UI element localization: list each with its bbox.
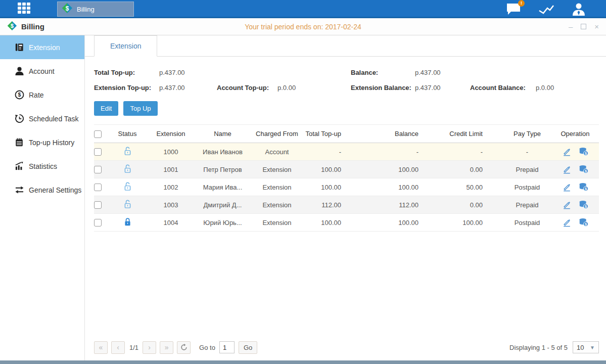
cell-credit-limit: 100.00 xyxy=(436,219,502,226)
table-row: 1003Дмитрий Д...Extension112.00112.000.0… xyxy=(94,196,599,214)
rate-icon: $ xyxy=(14,90,24,100)
refresh-icon[interactable] xyxy=(177,341,191,354)
lock-open-icon xyxy=(123,164,132,173)
cell-extension: 1002 xyxy=(146,184,196,191)
topup-coins-icon[interactable]: $ xyxy=(579,218,589,227)
edit-pencil-icon[interactable] xyxy=(562,183,572,192)
cell-charged-from: Extension xyxy=(249,166,305,173)
prev-page-button[interactable]: ‹ xyxy=(111,341,125,354)
pagination-bar: « ‹ 1/1 › » Go to Go Displaying 1 - 5 of… xyxy=(94,338,599,356)
edit-pencil-icon[interactable] xyxy=(562,218,572,227)
col-pay-type: Pay Type xyxy=(502,130,552,138)
account-icon xyxy=(14,66,24,76)
minimize-icon[interactable]: – xyxy=(569,23,573,30)
tab-extension[interactable]: Extension xyxy=(94,35,157,57)
notification-badge: ! xyxy=(518,0,525,7)
edit-pencil-icon[interactable] xyxy=(562,200,572,209)
cell-name: Петр Петров xyxy=(196,166,249,173)
row-checkbox[interactable] xyxy=(94,201,102,209)
page-indicator: 1/1 xyxy=(129,344,138,351)
cell-pay-type: Postpaid xyxy=(502,219,552,226)
cell-charged-from: Extension xyxy=(249,184,305,191)
sidebar: ExtensionAccount$RateScheduled TaskTop-u… xyxy=(0,35,85,360)
sidebar-item-scheduled-task[interactable]: Scheduled Task xyxy=(0,107,84,130)
goto-label: Go to xyxy=(199,344,215,351)
go-button[interactable]: Go xyxy=(239,341,257,354)
next-page-button[interactable]: › xyxy=(143,341,156,354)
cell-balance: 112.00 xyxy=(365,201,436,209)
cell-charged-from: Account xyxy=(249,148,305,156)
sidebar-item-top-up-history[interactable]: Top-up History xyxy=(0,130,84,154)
goto-page-input[interactable] xyxy=(219,341,235,353)
extension-table: Status Extension Name Charged From Total… xyxy=(94,124,599,232)
chat-icon[interactable]: ! xyxy=(506,3,521,16)
sidebar-item-label: Top-up History xyxy=(29,139,74,147)
topup-coins-icon[interactable]: $ xyxy=(579,183,589,192)
first-page-button[interactable]: « xyxy=(94,341,108,354)
sidebar-item-rate[interactable]: $Rate xyxy=(0,83,84,107)
billing-task-tab[interactable]: $ Billing xyxy=(57,2,134,17)
svg-text:$: $ xyxy=(11,23,14,29)
page-size-value: 10 xyxy=(577,344,584,351)
cell-name: Мария Ива... xyxy=(196,184,249,191)
sidebar-item-label: Statistics xyxy=(29,162,57,170)
taskbar-strip xyxy=(0,360,606,364)
cell-extension: 1004 xyxy=(146,219,196,226)
main-content: Extension Total Top-up: p.437.00 Extensi… xyxy=(85,35,606,360)
cell-total-topup: 112.00 xyxy=(305,201,365,209)
col-operation: Operation xyxy=(552,130,598,138)
sidebar-item-statistics[interactable]: Statistics xyxy=(0,154,84,178)
topup-coins-icon[interactable]: $ xyxy=(579,200,589,209)
account-balance-value: p.0.00 xyxy=(536,84,554,92)
svg-text:$: $ xyxy=(585,205,587,209)
maximize-icon[interactable] xyxy=(581,24,586,29)
row-checkbox[interactable] xyxy=(94,184,102,191)
scheduled-task-icon xyxy=(14,114,24,124)
lock-open-icon xyxy=(123,181,132,191)
edit-button[interactable]: Edit xyxy=(94,101,118,116)
row-checkbox[interactable] xyxy=(94,219,102,226)
topup-coins-icon[interactable]: $ xyxy=(579,147,589,156)
cell-balance: 100.00 xyxy=(365,166,436,173)
row-checkbox[interactable] xyxy=(94,148,102,156)
cell-total-topup: 100.00 xyxy=(305,166,365,173)
cell-total-topup: - xyxy=(305,148,365,156)
cell-pay-type: Prepaid xyxy=(502,201,552,209)
statistics-icon xyxy=(14,161,24,171)
cell-balance: - xyxy=(365,148,436,156)
cell-name: Иван Иванов xyxy=(196,148,249,156)
cell-name: Дмитрий Д... xyxy=(196,201,249,209)
svg-text:$: $ xyxy=(585,169,587,173)
select-all-checkbox[interactable] xyxy=(94,130,102,138)
svg-text:$: $ xyxy=(585,152,587,156)
close-icon[interactable]: × xyxy=(594,23,599,30)
page-size-select[interactable]: 10 ▼ xyxy=(573,341,599,353)
chart-icon[interactable] xyxy=(538,3,554,15)
sidebar-item-general-settings[interactable]: General Settings xyxy=(0,178,84,202)
account-topup-value: p.0.00 xyxy=(277,84,296,92)
col-total-topup: Total Top-up xyxy=(305,130,365,138)
cell-credit-limit: 50.00 xyxy=(436,184,502,191)
top-up-button[interactable]: Top Up xyxy=(123,101,157,116)
cell-credit-limit: 0.00 xyxy=(436,166,502,173)
last-page-button[interactable]: » xyxy=(160,341,173,354)
sidebar-item-label: General Settings xyxy=(29,186,81,194)
billing-app-icon: $ xyxy=(7,21,17,33)
sidebar-item-label: Account xyxy=(29,67,55,75)
edit-pencil-icon[interactable] xyxy=(562,147,572,156)
user-icon[interactable] xyxy=(572,3,586,16)
total-topup-label: Total Top-up: xyxy=(94,69,159,76)
apps-grid-icon[interactable] xyxy=(18,3,35,15)
edit-pencil-icon[interactable] xyxy=(562,165,572,174)
row-checkbox[interactable] xyxy=(94,166,102,173)
sidebar-item-account[interactable]: Account xyxy=(0,59,84,83)
sidebar-item-extension[interactable]: Extension xyxy=(0,35,84,59)
col-balance: Balance xyxy=(365,130,436,138)
account-balance-label: Account Balance: xyxy=(470,84,536,92)
col-charged-from: Charged From xyxy=(249,130,305,138)
desktop-top-bar: $ Billing ! xyxy=(0,0,606,18)
extension-balance-label: Extension Balance: xyxy=(351,84,415,92)
tab-strip: Extension xyxy=(85,35,606,57)
table-row: 1000Иван ИвановAccount----$ xyxy=(94,143,599,161)
topup-coins-icon[interactable]: $ xyxy=(579,165,589,174)
